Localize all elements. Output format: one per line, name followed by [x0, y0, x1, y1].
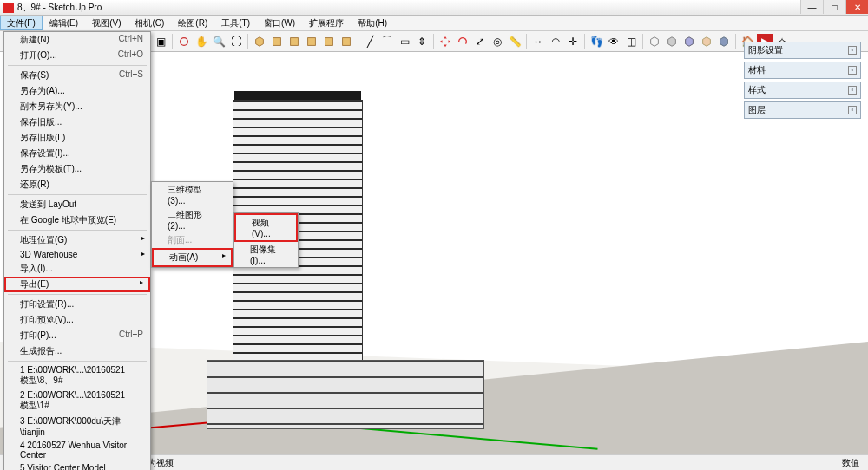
svg-rect-5 — [308, 37, 316, 45]
file-menu-item[interactable]: 地理位置(G) — [4, 232, 150, 248]
svg-rect-4 — [291, 37, 299, 45]
tray-label: 样式 — [748, 84, 766, 96]
zoom-icon[interactable]: 🔍 — [211, 34, 227, 49]
move-icon[interactable] — [437, 34, 453, 49]
file-menu-item[interactable]: 打印预览(V)... — [4, 312, 150, 328]
style2-icon[interactable] — [664, 34, 680, 49]
file-menu-item[interactable]: 另存旧版(L) — [4, 130, 150, 146]
file-menu-item[interactable]: 保存设置(I)... — [4, 146, 150, 161]
file-menu-item[interactable]: 打开(O)...Ctrl+O — [4, 48, 150, 63]
menu-draw[interactable]: 绘图(R) — [171, 16, 214, 30]
look-icon[interactable]: 👁 — [606, 34, 621, 49]
svg-rect-7 — [343, 37, 351, 45]
tray-collapse-icon[interactable]: ▫ — [848, 86, 857, 95]
right-icon[interactable] — [304, 34, 319, 49]
tray-collapse-icon[interactable]: ▫ — [848, 66, 857, 75]
pan-icon[interactable]: ✋ — [194, 34, 209, 49]
menu-view[interactable]: 视图(V) — [85, 16, 128, 30]
export-menu-item[interactable]: 三维模型(3)... — [152, 182, 233, 207]
svg-rect-3 — [273, 37, 281, 45]
maximize-button[interactable]: □ — [823, 0, 845, 14]
file-menu-item[interactable]: 2 E:\00WORK\...\20160521模型\1# — [4, 388, 150, 414]
status-value-label: 数值 — [842, 457, 859, 469]
animation-submenu: 视频(V)...图像集(I)... — [233, 212, 299, 268]
export-submenu: 三维模型(3)...二维图形(2)...剖面...动画(A) — [151, 181, 233, 268]
line-icon[interactable]: ╱ — [362, 34, 378, 49]
menu-tools[interactable]: 工具(T) — [214, 16, 257, 30]
tape-icon[interactable]: 📏 — [507, 34, 523, 49]
file-menu-item[interactable]: 还原(R) — [4, 177, 150, 193]
svg-point-2 — [181, 37, 188, 45]
menu-bar: 文件(F) 编辑(E) 视图(V) 相机(C) 绘图(R) 工具(T) 窗口(W… — [0, 16, 868, 31]
export-menu-item[interactable]: 二维图形(2)... — [152, 207, 233, 232]
file-menu-item[interactable]: 打印设置(R)... — [4, 297, 150, 312]
tray-materials[interactable]: 材料▫ — [744, 62, 861, 79]
minimize-button[interactable]: — — [800, 0, 823, 14]
menu-help[interactable]: 帮助(H) — [351, 16, 394, 30]
top-icon[interactable] — [269, 34, 285, 49]
tray-label: 材料 — [748, 64, 766, 76]
tray-layers[interactable]: 图层▫ — [744, 101, 861, 119]
file-menu-item[interactable]: 另存为模板(T)... — [4, 161, 150, 177]
file-menu-item[interactable]: 3 E:\00WORK\000du\天津\tianjin — [4, 414, 150, 439]
export-menu-item[interactable]: 动画(A) — [152, 248, 233, 267]
title-bar: 8、9# - SketchUp Pro — □ ✕ — [0, 0, 868, 16]
anim-menu-item[interactable]: 视频(V)... — [234, 213, 298, 242]
export-menu-item: 剖面... — [152, 232, 233, 248]
close-button[interactable]: ✕ — [845, 0, 868, 14]
arc-icon[interactable]: ⌒ — [379, 34, 395, 49]
offset-icon[interactable]: ◎ — [490, 34, 505, 49]
rotate-icon[interactable] — [455, 34, 470, 49]
menu-file[interactable]: 文件(F) — [0, 16, 43, 30]
dimension-icon[interactable]: ↔ — [530, 34, 546, 49]
file-menu-item[interactable]: 保存旧版... — [4, 114, 150, 130]
paint-icon[interactable]: ▣ — [153, 34, 168, 49]
file-menu-item[interactable]: 另存为(A)... — [4, 83, 150, 99]
style5-icon[interactable] — [716, 34, 732, 49]
style4-icon[interactable] — [699, 34, 714, 49]
file-menu-item[interactable]: 发送到 LayOut — [4, 197, 150, 212]
file-menu-item[interactable]: 新建(N)Ctrl+N — [4, 32, 150, 48]
style1-icon[interactable] — [647, 34, 662, 49]
style3-icon[interactable] — [681, 34, 697, 49]
file-menu-dropdown: 新建(N)Ctrl+N打开(O)...Ctrl+O保存(S)Ctrl+S另存为(… — [3, 31, 151, 470]
file-menu-item[interactable]: 3D Warehouse — [4, 248, 150, 261]
file-menu-item[interactable]: 导出(E) — [4, 277, 150, 292]
iso-icon[interactable] — [252, 34, 267, 49]
tray-label: 图层 — [748, 104, 766, 116]
file-menu-item[interactable]: 在 Google 地球中预览(E) — [4, 212, 150, 228]
menu-camera[interactable]: 相机(C) — [128, 16, 171, 30]
app-icon — [3, 3, 14, 13]
axes-icon[interactable]: ✛ — [565, 34, 581, 49]
shape-icon[interactable]: ▭ — [397, 34, 412, 49]
anim-menu-item[interactable]: 图像集(I)... — [234, 242, 298, 267]
file-menu-item[interactable]: 保存(S)Ctrl+S — [4, 68, 150, 83]
back-icon[interactable] — [321, 34, 337, 49]
tray-shadow[interactable]: 阴影设置▫ — [744, 42, 861, 59]
svg-rect-6 — [326, 37, 333, 45]
tray-collapse-icon[interactable]: ▫ — [848, 106, 857, 114]
front-icon[interactable] — [286, 34, 302, 49]
left-icon[interactable] — [339, 34, 354, 49]
file-menu-item[interactable]: 生成报告... — [4, 343, 150, 359]
orbit-icon[interactable] — [176, 34, 192, 49]
tray-panel: 阴影设置▫ 材料▫ 样式▫ 图层▫ — [744, 42, 861, 121]
menu-extensions[interactable]: 扩展程序 — [302, 16, 351, 30]
zoom-extents-icon[interactable]: ⛶ — [228, 34, 244, 49]
file-menu-item[interactable]: 1 E:\00WORK\...\20160521模型\8、9# — [4, 363, 150, 388]
file-menu-item[interactable]: 导入(I)... — [4, 261, 150, 277]
file-menu-item[interactable]: 5 Visitor Center Model 2015.12.22 — [4, 461, 150, 470]
file-menu-item[interactable]: 4 20160527 Wenhua Visitor Center — [4, 439, 150, 461]
tray-collapse-icon[interactable]: ▫ — [848, 46, 857, 55]
menu-window[interactable]: 窗口(W) — [257, 16, 302, 30]
section-icon[interactable]: ◫ — [623, 34, 639, 49]
file-menu-item[interactable]: 副本另存为(Y)... — [4, 99, 150, 114]
push-icon[interactable]: ⇕ — [414, 34, 430, 49]
file-menu-item[interactable]: 打印(P)...Ctrl+P — [4, 328, 150, 343]
protractor-icon[interactable]: ◠ — [548, 34, 563, 49]
walk-icon[interactable]: 👣 — [589, 34, 604, 49]
menu-edit[interactable]: 编辑(E) — [43, 16, 85, 30]
tray-styles[interactable]: 样式▫ — [744, 82, 861, 99]
window-title: 8、9# - SketchUp Pro — [17, 2, 102, 14]
scale-icon[interactable]: ⤢ — [472, 34, 488, 49]
